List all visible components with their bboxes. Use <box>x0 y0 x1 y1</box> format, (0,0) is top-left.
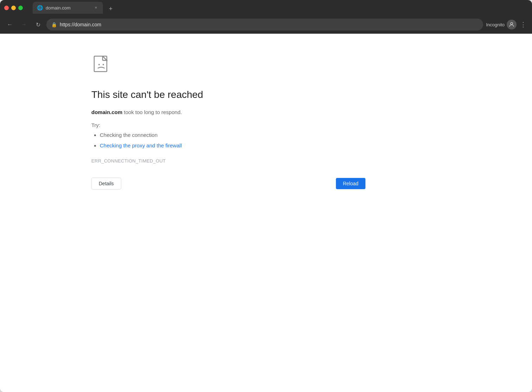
error-container: This site can't be reached domain.com to… <box>91 55 365 164</box>
error-body-suffix: took too long to respond. <box>122 109 182 115</box>
tab-title: domain.com <box>46 5 90 11</box>
nav-right-controls: Incognito ⋮ <box>486 19 528 30</box>
minimize-button[interactable] <box>11 6 16 10</box>
maximize-button[interactable] <box>18 6 23 10</box>
svg-point-4 <box>98 64 100 65</box>
error-heading: This site can't be reached <box>91 88 365 101</box>
suggestion-proxy-link[interactable]: Checking the proxy and the firewall <box>100 142 182 148</box>
incognito-icon <box>507 20 517 29</box>
close-button[interactable] <box>4 6 9 10</box>
error-code: ERR_CONNECTION_TIMED_OUT <box>91 158 365 164</box>
reload-button[interactable]: ↻ <box>32 19 44 30</box>
tab-close-button[interactable]: × <box>93 5 99 11</box>
incognito-label: Incognito <box>486 22 505 27</box>
title-bar: 🌐 domain.com × + <box>0 0 532 15</box>
url-display: https://domain.com <box>60 22 478 27</box>
suggestion-connection: Checking the connection <box>100 132 157 138</box>
svg-point-0 <box>511 22 513 25</box>
new-tab-button[interactable]: + <box>106 4 116 14</box>
svg-point-5 <box>103 64 104 65</box>
try-label: Try: <box>91 122 365 128</box>
error-icon <box>91 55 365 77</box>
suggestions-list: Checking the connection Checking the pro… <box>91 131 365 150</box>
page-content: This site can't be reached domain.com to… <box>0 34 532 392</box>
error-domain: domain.com <box>91 109 122 115</box>
forward-button[interactable]: → <box>18 19 30 30</box>
list-item: Checking the connection <box>100 131 365 139</box>
traffic-lights <box>4 6 23 10</box>
reload-page-button[interactable]: Reload <box>336 178 365 189</box>
button-row: Details Reload <box>91 178 365 190</box>
browser-window: 🌐 domain.com × + ← → ↻ 🔒 https://domain.… <box>0 0 532 392</box>
nav-bar: ← → ↻ 🔒 https://domain.com Incognito ⋮ <box>0 15 532 34</box>
tab-favicon-icon: 🌐 <box>37 5 43 11</box>
details-button[interactable]: Details <box>91 178 121 190</box>
error-body: domain.com took too long to respond. <box>91 108 365 117</box>
menu-button[interactable]: ⋮ <box>519 19 528 30</box>
lock-icon: 🔒 <box>51 22 57 27</box>
back-button[interactable]: ← <box>4 19 15 30</box>
list-item: Checking the proxy and the firewall <box>100 141 365 150</box>
address-bar[interactable]: 🔒 https://domain.com <box>46 19 483 31</box>
tab-bar: 🌐 domain.com × + <box>28 2 528 14</box>
active-tab[interactable]: 🌐 domain.com × <box>33 2 103 14</box>
